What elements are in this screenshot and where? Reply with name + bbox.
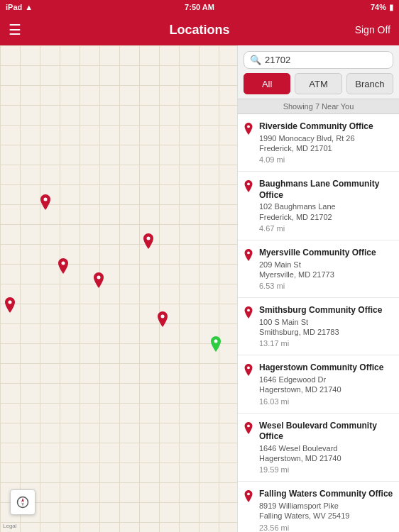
svg-point-11 [247, 125, 250, 128]
search-input[interactable] [265, 55, 387, 65]
svg-point-0 [44, 198, 48, 201]
location-address: 1646 Edgewood DrHagerstown, MD 21740 [259, 375, 393, 395]
page-title: Locations [169, 23, 229, 38]
svg-point-14 [247, 309, 250, 312]
svg-point-5 [214, 340, 218, 343]
list-item[interactable]: Wesel Boulevard Community Office 1646 We… [238, 414, 399, 482]
location-info: Hagerstown Community Office 1646 Edgewoo… [259, 362, 393, 405]
location-address: 8919 Williamsport PikeFalling Waters, WV… [259, 501, 393, 521]
svg-point-15 [247, 367, 250, 370]
pin-icon [244, 123, 253, 138]
map-pin[interactable] [39, 194, 52, 210]
location-address: 1646 Wesel BoulevardHagerstown, MD 21740 [259, 443, 393, 464]
location-address: 102 Baughmans LaneFrederick, MD 21702 [259, 201, 393, 222]
location-info: Myersville Community Office 209 Main StM… [259, 248, 393, 290]
svg-marker-10 [21, 502, 24, 506]
pin-icon [244, 364, 253, 379]
svg-point-2 [97, 276, 101, 279]
svg-point-4 [161, 315, 165, 318]
list-item[interactable]: Falling Waters Community Office 8919 Wil… [238, 482, 399, 532]
location-name: Riverside Community Office [259, 121, 393, 133]
location-address: 100 S Main StSmithsburg, MD 21783 [259, 317, 393, 338]
map-pin[interactable] [156, 311, 169, 327]
pin-icon [244, 180, 253, 195]
location-name: Falling Waters Community Office [259, 489, 393, 500]
location-distance: 23.56 mi [259, 523, 393, 532]
list-item[interactable]: Hagerstown Community Office 1646 Edgewoo… [238, 355, 399, 413]
location-distance: 4.09 mi [259, 155, 393, 164]
filter-branch-button[interactable]: Branch [346, 73, 393, 94]
svg-marker-9 [21, 498, 24, 502]
location-name: Smithsburg Community Office [259, 305, 393, 316]
svg-point-1 [62, 262, 65, 265]
location-distance: 16.03 mi [259, 397, 393, 406]
device-label: iPad [6, 3, 22, 11]
location-address: 1990 Monocacy Blvd, Rt 26Frederick, MD 2… [259, 133, 393, 154]
list-item[interactable]: Smithsburg Community Office 100 S Main S… [238, 298, 399, 355]
map-area[interactable]: Legal [0, 45, 237, 532]
status-left: iPad ▲ [6, 3, 33, 11]
legal-text: Legal [3, 523, 17, 529]
list-item[interactable]: Baughmans Lane Community Office 102 Baug… [238, 172, 399, 240]
right-panel: 🔍 All ATM Branch Showing 7 Near You Rive… [237, 45, 399, 532]
list-item[interactable]: Riverside Community Office 1990 Monocacy… [238, 114, 399, 172]
location-name: Myersville Community Office [259, 248, 393, 259]
search-icon: 🔍 [250, 55, 261, 65]
location-address: 209 Main StMyersville, MD 21773 [259, 260, 393, 280]
filter-atm-button[interactable]: ATM [295, 73, 341, 94]
status-right: 74% ▮ [371, 3, 393, 12]
status-bar: iPad ▲ 7:50 AM 74% ▮ [0, 0, 399, 14]
map-pin[interactable] [142, 233, 155, 249]
pin-icon [244, 422, 253, 437]
svg-point-7 [9, 301, 12, 304]
results-count: Showing 7 Near You [238, 99, 399, 114]
location-name: Wesel Boulevard Community Office [259, 421, 393, 443]
svg-point-13 [247, 251, 250, 254]
filter-row: All ATM Branch [238, 73, 399, 99]
battery-icon: ▮ [389, 3, 393, 12]
svg-point-12 [247, 183, 250, 186]
location-name: Hagerstown Community Office [259, 362, 393, 374]
search-input-wrap: 🔍 [244, 51, 393, 69]
menu-icon[interactable]: ☰ [9, 21, 21, 38]
location-name: Baughmans Lane Community Office [259, 179, 393, 201]
battery-label: 74% [371, 3, 386, 11]
pin-icon [244, 306, 253, 321]
map-pin[interactable] [92, 272, 105, 288]
svg-point-17 [247, 493, 250, 496]
location-distance: 19.59 mi [259, 465, 393, 474]
location-distance: 6.53 mi [259, 282, 393, 290]
location-info: Smithsburg Community Office 100 S Main S… [259, 305, 393, 348]
location-distance: 13.17 mi [259, 339, 393, 348]
pin-icon [244, 490, 253, 505]
location-list[interactable]: Riverside Community Office 1990 Monocacy… [238, 114, 399, 532]
location-info: Wesel Boulevard Community Office 1646 We… [259, 421, 393, 475]
app-header: ☰ Locations Sign Off [0, 14, 399, 45]
location-info: Falling Waters Community Office 8919 Wil… [259, 489, 393, 531]
map-pin[interactable] [4, 297, 16, 313]
compass-button[interactable] [10, 489, 35, 515]
map-pin[interactable] [57, 258, 70, 274]
location-distance: 4.67 mi [259, 224, 393, 233]
status-time: 7:50 AM [185, 3, 214, 11]
map-pin[interactable] [209, 336, 222, 352]
svg-point-16 [247, 424, 250, 427]
search-bar: 🔍 [238, 45, 399, 73]
map-grid [0, 45, 237, 532]
main-container: Legal 🔍 All ATM Branch Showing 7 Near Yo… [0, 45, 399, 532]
location-info: Baughmans Lane Community Office 102 Baug… [259, 179, 393, 233]
sign-off-button[interactable]: Sign Off [355, 24, 390, 35]
wifi-icon: ▲ [25, 3, 33, 11]
svg-point-3 [147, 237, 151, 240]
filter-all-button[interactable]: All [244, 73, 290, 94]
pin-icon [244, 249, 253, 264]
location-info: Riverside Community Office 1990 Monocacy… [259, 121, 393, 164]
list-item[interactable]: Myersville Community Office 209 Main StM… [238, 240, 399, 298]
